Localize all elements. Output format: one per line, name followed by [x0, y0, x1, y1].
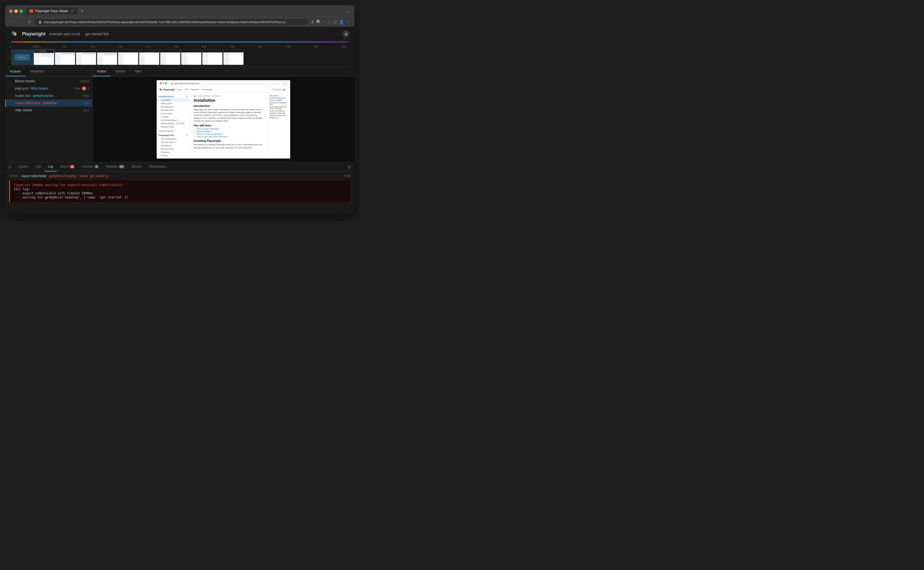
bookmark-icon[interactable]: ☆: [327, 20, 331, 25]
learn-item-3: How to open the HTML test report: [197, 135, 263, 138]
before-hooks-group[interactable]: › Before Hooks 505ms: [5, 78, 92, 84]
log-action-name: expect.toBeVisible: [21, 174, 46, 178]
sidebar-item-vs-code: Getting started - VS Code: [157, 122, 190, 125]
docs-search-label: Search: [276, 89, 281, 90]
svg-text:🎭: 🎭: [11, 31, 17, 36]
action-name-goto: page.goto: [15, 87, 29, 90]
chevron-right-icon: ›: [9, 80, 13, 83]
right-panel: Action Before After ⤢: [92, 67, 354, 162]
right-nav-running-ui: Running the Example Test in UI Mode: [269, 106, 288, 110]
timeline-ruler[interactable]: 0 500ms 1.0s 1.5s 2.0s 2.5s 3.0s 3.5s 4.…: [5, 42, 354, 48]
window-menu-button[interactable]: ⌄: [347, 8, 350, 14]
action-time-expect: 5.0s: [84, 101, 89, 104]
thumbnail-2[interactable]: [55, 50, 75, 65]
thumbnail-6[interactable]: [139, 50, 159, 65]
after-hooks-group[interactable]: › After Hooks 0ms: [5, 107, 92, 113]
right-nav-introduction: Introduction: [269, 95, 288, 97]
docs-installing-text: Get started by installing Playwright usi…: [194, 143, 263, 149]
errors-badge: 1: [70, 165, 75, 169]
action-time-goto: 73ms: [73, 87, 80, 90]
docs-installing-heading: Installing Playwright: [194, 139, 263, 142]
action-name-expect: expect.toBeVisible: [15, 101, 41, 105]
error-line-4: - waiting for getByRole('heading', { nam…: [14, 195, 347, 199]
thumbnail-5[interactable]: [118, 50, 138, 65]
action-page-goto[interactable]: page.goto https://playw... 73ms ✕ 1: [5, 84, 92, 92]
timeline-thumbnails[interactable]: Playwright: [5, 48, 354, 67]
tab-actions[interactable]: Actions: [5, 67, 25, 76]
zoom-icon[interactable]: 🔍: [316, 20, 321, 25]
thumbnail-7[interactable]: [160, 50, 180, 65]
extensions-icon[interactable]: ◫: [333, 20, 337, 25]
tab-title: Playwright Trace Viewer: [35, 9, 68, 13]
tab-call[interactable]: Call: [32, 162, 44, 172]
sidebar-item-command-line: Command line: [157, 147, 190, 150]
docs-url-text: https://playwright.dev/docs/intro: [174, 83, 199, 84]
forward-button[interactable]: →: [18, 19, 24, 25]
playwright-logo: 🎭: [10, 29, 18, 38]
menu-icon[interactable]: ⋮: [346, 20, 350, 25]
breadcrumb: example.spec.ts:16 › get started link: [49, 32, 108, 36]
action-selector-click: getByRole('link'...: [33, 94, 57, 98]
minimize-button[interactable]: [14, 9, 18, 13]
thumbnail-3[interactable]: [76, 50, 96, 65]
after-hooks-duration: 0ms: [84, 109, 89, 112]
canary-releases-item: Canary releases: [157, 129, 190, 133]
chevron-right-icon-after: ›: [9, 109, 13, 112]
log-selector: getByRole('heading', { name: 'get starte…: [49, 174, 108, 178]
tab-log[interactable]: Log: [44, 162, 57, 172]
action-list: › Before Hooks 505ms page.goto https://p…: [5, 77, 92, 162]
new-tab-button[interactable]: +: [79, 8, 85, 14]
docs-lock-icon: 🔒: [171, 83, 173, 84]
tab-metadata[interactable]: Metadata: [25, 67, 49, 76]
thumbnail-8[interactable]: [181, 50, 202, 65]
ruler-label-0: 0: [10, 45, 11, 48]
active-tab[interactable]: Playwright Trace Viewer ✕: [26, 8, 78, 14]
address-bar: ← → ↻ 🔒 trace.playwright.dev/?trace=blob…: [5, 17, 354, 27]
tab-attachments[interactable]: Attachments: [145, 162, 170, 172]
log-summary-line: 673ms expect.toBeVisible getByRole('head…: [9, 174, 350, 178]
tab-network[interactable]: Network 90: [102, 162, 128, 172]
thumbnail-10[interactable]: [223, 50, 244, 65]
right-nav-whats-installed: What's Installed: [269, 99, 288, 101]
thumbnail-1[interactable]: [34, 50, 54, 65]
tab-locator[interactable]: Locator: [14, 162, 32, 172]
url-bar[interactable]: 🔒 trace.playwright.dev/?trace=blob%3Ahtt…: [35, 19, 308, 25]
thumbnail-0[interactable]: Playwright: [11, 50, 33, 65]
tab-after[interactable]: After: [130, 67, 146, 76]
expand-icon[interactable]: ⤢: [344, 67, 354, 76]
ruler-label-6s: 6.0s: [342, 45, 347, 48]
tab-source[interactable]: Source: [128, 162, 145, 172]
breadcrumb-file: example.spec.ts:16: [49, 32, 80, 36]
theme-toggle-button[interactable]: ◑: [342, 30, 349, 38]
sidebar-item-emulation: Emulation: [157, 150, 190, 154]
docs-breadcrumb: 🏠 › Getting Started › Installation: [194, 95, 263, 97]
tab-errors[interactable]: Errors 1: [57, 162, 78, 172]
action-expect-to-be-visible[interactable]: expect.toBeVisible getByRole... 5.0s: [5, 100, 92, 107]
docs-nav-bar: 🎭 Playwright Docs API Node.js ▾ Communit…: [157, 87, 290, 92]
tab-action[interactable]: Action: [92, 67, 111, 76]
sidebar-item-test-use: Test use options: [157, 141, 190, 144]
sidebar-item-annotations: Annotations: [157, 144, 190, 147]
ruler-label-1s: 1.0s: [62, 45, 67, 48]
timeline-section: 0 500ms 1.0s 1.5s 2.0s 2.5s 3.0s 3.5s 4.…: [5, 41, 354, 67]
tab-close-button[interactable]: ✕: [70, 9, 74, 13]
target-icon: ◎: [5, 163, 14, 171]
svg-point-0: [30, 10, 32, 12]
action-selector-goto: https://playw...: [31, 87, 50, 90]
ruler-label-2s: 2.0s: [118, 45, 123, 48]
tab-before[interactable]: Before: [111, 67, 130, 76]
maximize-button[interactable]: [20, 9, 23, 13]
profile-icon[interactable]: 👤: [339, 20, 344, 25]
back-button[interactable]: ←: [9, 19, 15, 25]
screenshot-frame: 🔒 https://playwright.dev/docs/intro ⋯ 🎭 …: [157, 80, 290, 159]
reload-button[interactable]: ↻: [27, 19, 32, 25]
tab-console[interactable]: Console 3: [78, 162, 102, 172]
close-button[interactable]: [9, 9, 12, 13]
learn-item-1: What's Installed: [197, 130, 263, 133]
thumbnail-4[interactable]: [97, 50, 118, 65]
share-icon[interactable]: ↑: [323, 20, 325, 25]
action-locator-click[interactable]: locator.click getByRole('link'... 79ms: [5, 92, 92, 100]
split-view-icon[interactable]: ⊟: [344, 162, 354, 172]
thumbnail-9[interactable]: [202, 50, 223, 65]
download-icon[interactable]: ⬇: [311, 20, 314, 25]
